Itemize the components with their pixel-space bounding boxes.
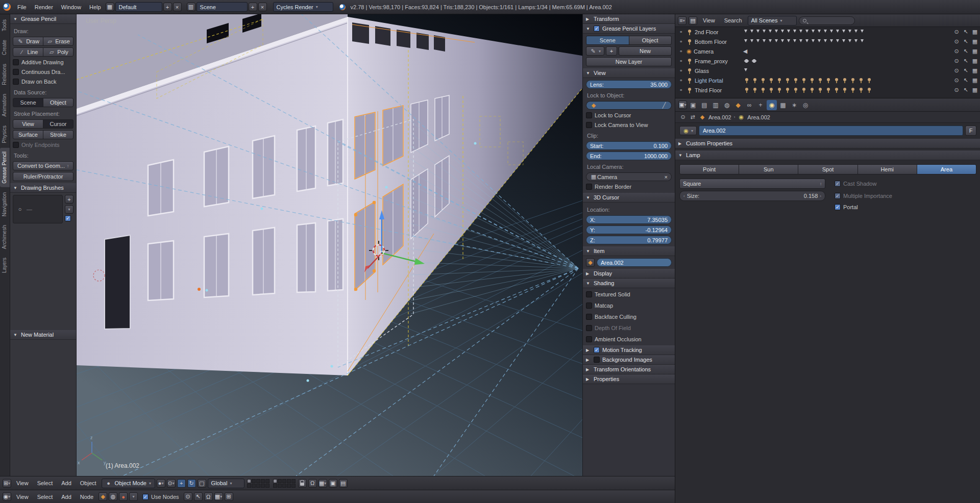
eye-icon[interactable]: ⊙ bbox=[953, 87, 960, 94]
manipulator-rotate-icon[interactable]: ↻ bbox=[187, 479, 196, 488]
eyedropper-icon[interactable]: ╱ bbox=[660, 102, 668, 109]
new-material-panel-header[interactable]: ▼ New Material bbox=[10, 330, 76, 340]
stroke-surface-button[interactable]: Surface bbox=[13, 130, 43, 139]
render-camera-icon[interactable]: ▦ bbox=[971, 29, 978, 36]
lock-to-object-field[interactable]: ◆ ╱ bbox=[586, 101, 672, 110]
expander-icon[interactable]: ∘ bbox=[677, 48, 684, 55]
tab-texture[interactable]: ▦ bbox=[778, 100, 788, 110]
menu-file[interactable]: File bbox=[14, 0, 30, 14]
expander-icon[interactable]: ∘ bbox=[677, 58, 684, 65]
add-scene-button[interactable]: + bbox=[249, 3, 257, 11]
scene-selector[interactable]: Scene bbox=[197, 2, 248, 12]
layer-grid-2[interactable] bbox=[273, 479, 296, 488]
add-brush-button[interactable]: + bbox=[65, 195, 74, 204]
menu-view[interactable]: View bbox=[13, 476, 32, 490]
pin-icon[interactable]: ⊙ bbox=[184, 492, 192, 501]
menu-object[interactable]: Object bbox=[77, 476, 100, 490]
render-camera-icon[interactable]: ▦ bbox=[971, 77, 978, 84]
snap-magnet-icon[interactable]: Ω bbox=[308, 479, 317, 488]
tab-object[interactable]: ◆ bbox=[733, 100, 743, 110]
outliner-row-glass[interactable]: ∘ Glass ⊙↖▦ bbox=[675, 66, 980, 76]
tab-tools[interactable]: Tools bbox=[0, 16, 10, 35]
render-camera-icon[interactable]: ▦ bbox=[971, 48, 978, 55]
drawing-brushes-panel-header[interactable]: ▼ Drawing Brushes bbox=[10, 183, 76, 193]
display-mode-icon[interactable]: ▤ bbox=[689, 16, 697, 25]
render-camera-icon[interactable]: ▦ bbox=[971, 87, 978, 94]
erase-button[interactable]: ▱Erase bbox=[43, 37, 74, 46]
gp-layers-panel-header[interactable]: ▼ ✓ Grease Pencil Layers bbox=[583, 24, 675, 34]
outliner-row-third-floor[interactable]: ∘ Third Floor ⊙↖▦ bbox=[675, 85, 980, 95]
tab-constraints[interactable]: ∞ bbox=[744, 100, 754, 110]
snap-element-icon[interactable]: ▦▾ bbox=[318, 479, 327, 488]
orientation-selector[interactable]: Global ▾ bbox=[208, 479, 244, 488]
breadcrumb-data[interactable]: Area.002 bbox=[747, 114, 770, 120]
tab-animation[interactable]: Animation bbox=[0, 90, 10, 120]
ruler-protractor-button[interactable]: Ruler/Protractor bbox=[13, 172, 74, 181]
editor-type-icon[interactable]: ⊞▾ bbox=[3, 479, 11, 488]
use-nodes-checkbox[interactable]: ✓ Use Nodes bbox=[142, 493, 179, 501]
screen-layout-icon[interactable]: ▦ bbox=[106, 3, 114, 11]
transform-panel-header[interactable]: ▶ Transform bbox=[583, 14, 675, 24]
overlay-grid-icon[interactable]: ⊞ bbox=[225, 492, 233, 501]
eye-icon[interactable]: ⊙ bbox=[953, 38, 960, 45]
clip-end-field[interactable]: End:1000.000 bbox=[586, 152, 672, 160]
viewport-3d[interactable]: z x y User Persp (1) Area.002 bbox=[77, 14, 582, 476]
shader-object-icon[interactable]: ◆ bbox=[99, 492, 107, 501]
datablock-name-field[interactable]: Area.002 bbox=[699, 125, 963, 136]
slider-left-icon[interactable]: ‹ bbox=[683, 194, 685, 198]
eye-icon[interactable]: ⊙ bbox=[953, 67, 960, 74]
ambient-occlusion-checkbox[interactable]: Ambient Occlusion bbox=[586, 335, 672, 343]
editor-type-icon[interactable]: ▣▾ bbox=[678, 100, 687, 109]
outliner-row-frame-proxy[interactable]: ∘ Frame_proxy ⊙↖▦ bbox=[675, 56, 980, 66]
display-panel-header[interactable]: ▶ Display bbox=[583, 269, 675, 279]
lock-to-cursor-checkbox[interactable]: Lock to Cursor bbox=[586, 111, 672, 119]
gp-tab-object[interactable]: Object bbox=[629, 36, 672, 45]
cast-shadow-checkbox[interactable]: ✓ Cast Shadow bbox=[835, 180, 976, 188]
render-opengl-anim-icon[interactable]: ▤ bbox=[339, 479, 348, 488]
item-name-field[interactable]: Area.002 bbox=[597, 258, 672, 267]
properties-panel-header[interactable]: ▶ Properties bbox=[583, 374, 675, 384]
gp-tab-scene[interactable]: Scene bbox=[586, 36, 629, 45]
tab-grease-pencil[interactable]: Grease Pencil bbox=[0, 148, 10, 187]
editor-type-icon[interactable]: ◉▾ bbox=[3, 492, 11, 501]
menu-select[interactable]: Select bbox=[34, 476, 57, 490]
custom-properties-panel-header[interactable]: ▶ Custom Properties bbox=[675, 139, 980, 148]
menu-node[interactable]: Node bbox=[77, 490, 97, 503]
clear-camera-icon[interactable]: × bbox=[665, 174, 668, 180]
only-endpoints-checkbox[interactable]: Only Endpoints bbox=[13, 141, 74, 149]
line-button[interactable]: ∕Line bbox=[13, 47, 43, 57]
close-scene-button[interactable]: × bbox=[258, 3, 267, 11]
multiple-importance-checkbox[interactable]: ✓ Multiple Importance bbox=[835, 192, 976, 200]
view-panel-header[interactable]: ▼ View bbox=[583, 68, 675, 78]
outliner-scope-selector[interactable]: All Scenes ▾ bbox=[748, 16, 797, 26]
eye-icon[interactable]: ⊙ bbox=[953, 29, 960, 36]
motion-tracking-checkbox[interactable]: ✓ bbox=[594, 347, 600, 353]
pivot-point-icon[interactable]: ⊙▾ bbox=[167, 479, 176, 488]
gp-brush-button[interactable]: ✎▾ bbox=[586, 46, 604, 56]
backface-culling-checkbox[interactable]: Backface Culling bbox=[586, 313, 672, 321]
outliner-row-camera[interactable]: ∘ ◉ Camera ◀ ⊙↖▦ bbox=[675, 46, 980, 56]
pin-icon[interactable]: ⊙ bbox=[679, 114, 687, 121]
stroke-stroke-button[interactable]: Stroke bbox=[43, 130, 74, 139]
menu-render[interactable]: Render bbox=[31, 0, 57, 14]
tab-render-layers[interactable]: ▤ bbox=[699, 100, 709, 110]
editor-type-icon[interactable]: ≡▾ bbox=[678, 16, 687, 25]
data-source-scene-button[interactable]: Scene bbox=[13, 98, 43, 107]
outliner-row-bottom-floor[interactable]: ∘ Bottom Floor ⊙↖▦ bbox=[675, 37, 980, 46]
item-panel-header[interactable]: ▼ Item bbox=[583, 246, 675, 256]
tab-render[interactable]: ▣ bbox=[688, 100, 698, 110]
textured-solid-checkbox[interactable]: Textured Solid bbox=[586, 290, 672, 298]
menu-select[interactable]: Select bbox=[34, 490, 57, 503]
lock-camera-to-view-checkbox[interactable]: Lock Camera to View bbox=[586, 121, 672, 129]
select-arrow-icon[interactable]: ↖ bbox=[962, 38, 969, 45]
tab-modifiers[interactable]: + bbox=[755, 100, 766, 110]
expander-icon[interactable]: ∘ bbox=[677, 77, 684, 84]
expander-icon[interactable]: ∘ bbox=[677, 87, 684, 94]
manipulator-scale-icon[interactable]: ▢ bbox=[198, 479, 206, 488]
render-camera-icon[interactable]: ▦ bbox=[971, 58, 978, 65]
cursor-x-field[interactable]: X:7.35035 bbox=[586, 215, 672, 224]
select-arrow-icon[interactable]: ↖ bbox=[962, 67, 969, 74]
snap-magnet-icon[interactable]: Ω bbox=[204, 492, 213, 501]
expander-icon[interactable]: ∘ bbox=[677, 38, 684, 45]
depth-of-field-checkbox[interactable]: Depth Of Field bbox=[586, 324, 672, 332]
